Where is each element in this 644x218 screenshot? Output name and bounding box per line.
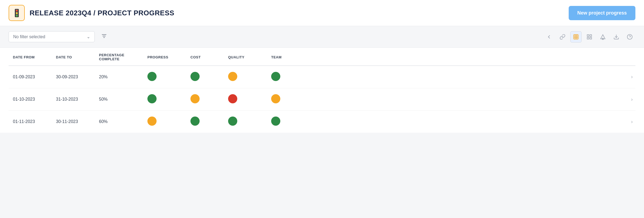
progress-dot (147, 117, 157, 126)
progress-dot (147, 72, 157, 81)
table-view-button[interactable] (570, 31, 582, 43)
back-icon (546, 34, 552, 40)
table-body: 01-09-202330-09-202320%›01-10-202331-10-… (9, 66, 635, 133)
progress-table: DATE FROM DATE TO PERCENTAGECOMPLETE PRO… (9, 48, 635, 133)
cell-cost-0 (186, 66, 224, 88)
new-project-button[interactable]: New project progress (569, 6, 635, 20)
toolbar-right (543, 31, 635, 43)
cell-quality-0 (224, 66, 267, 88)
team-dot (271, 94, 280, 103)
cell-date_to-1: 31-10-2023 (52, 88, 95, 111)
cell-quality-2 (224, 111, 267, 133)
filter-select-text: No filter selected (13, 34, 87, 39)
progress-dot (147, 94, 157, 103)
cell-pct_complete-1: 50% (95, 88, 143, 111)
page-header: 🚦 RELEASE 2023Q4 / PROJECT PROGRESS New … (0, 0, 644, 26)
table-row[interactable]: 01-11-202330-11-202360%› (9, 111, 635, 133)
cell-cost-2 (186, 111, 224, 133)
cell-quality-1 (224, 88, 267, 111)
filter-icon (101, 33, 107, 39)
table-row[interactable]: 01-10-202331-10-202350%› (9, 88, 635, 111)
cell-team-2 (267, 111, 305, 133)
svg-rect-8 (587, 34, 589, 36)
col-header-progress: PROGRESS (143, 48, 186, 66)
hierarchy-button[interactable] (597, 31, 608, 43)
row-arrow-icon: › (631, 74, 633, 80)
cell-date_from-2: 01-11-2023 (9, 111, 52, 133)
cell-progress-1 (143, 88, 186, 111)
cell-date_from-1: 01-10-2023 (9, 88, 52, 111)
grid-view-button[interactable] (584, 31, 595, 43)
link-icon (560, 34, 565, 40)
cell-date_to-2: 30-11-2023 (52, 111, 95, 133)
hierarchy-icon (600, 34, 606, 40)
table-container: DATE FROM DATE TO PERCENTAGECOMPLETE PRO… (0, 48, 644, 133)
row-arrow-icon: › (631, 119, 633, 124)
help-icon (627, 34, 633, 40)
team-dot (271, 72, 280, 81)
cell-progress-2 (143, 111, 186, 133)
col-header-cost: COST (186, 48, 224, 66)
link-button[interactable] (557, 31, 568, 43)
cell-progress-0 (143, 66, 186, 88)
svg-rect-3 (574, 34, 578, 39)
col-header-team: TEAM (267, 48, 305, 66)
table-icon (573, 34, 579, 40)
cell-date_to-0: 30-09-2023 (52, 66, 95, 88)
cell-date_from-0: 01-09-2023 (9, 66, 52, 88)
table-row[interactable]: 01-09-202330-09-202320%› (9, 66, 635, 88)
toolbar: No filter selected ⌄ (0, 26, 644, 48)
cost-dot (190, 72, 200, 81)
back-button[interactable] (543, 31, 555, 43)
header-left: 🚦 RELEASE 2023Q4 / PROJECT PROGRESS (9, 5, 174, 21)
svg-rect-11 (590, 37, 592, 39)
help-button[interactable] (624, 31, 635, 43)
chevron-down-icon: ⌄ (87, 34, 90, 39)
app-icon: 🚦 (9, 5, 25, 21)
download-icon (613, 34, 619, 40)
col-header-quality: QUALITY (224, 48, 267, 66)
col-header-date-from: DATE FROM (9, 48, 52, 66)
cost-dot (190, 117, 200, 126)
cell-team-1 (267, 88, 305, 111)
row-arrow-icon: › (631, 96, 633, 102)
quality-dot (228, 72, 237, 81)
col-header-date-to: DATE TO (52, 48, 95, 66)
quality-dot (228, 94, 237, 103)
cell-cost-1 (186, 88, 224, 111)
filter-select[interactable]: No filter selected ⌄ (9, 31, 95, 42)
page-title: RELEASE 2023Q4 / PROJECT PROGRESS (30, 9, 174, 17)
cost-dot (190, 94, 200, 103)
svg-rect-10 (587, 37, 589, 39)
cell-pct_complete-2: 60% (95, 111, 143, 133)
table-header: DATE FROM DATE TO PERCENTAGECOMPLETE PRO… (9, 48, 635, 66)
cell-team-0 (267, 66, 305, 88)
filter-icon-button[interactable] (99, 31, 109, 43)
grid-icon (586, 34, 592, 40)
quality-dot (228, 117, 237, 126)
download-button[interactable] (611, 31, 622, 43)
cell-pct_complete-0: 20% (95, 66, 143, 88)
col-header-pct-complete: PERCENTAGECOMPLETE (95, 48, 143, 66)
svg-rect-9 (590, 34, 592, 36)
team-dot (271, 117, 280, 126)
